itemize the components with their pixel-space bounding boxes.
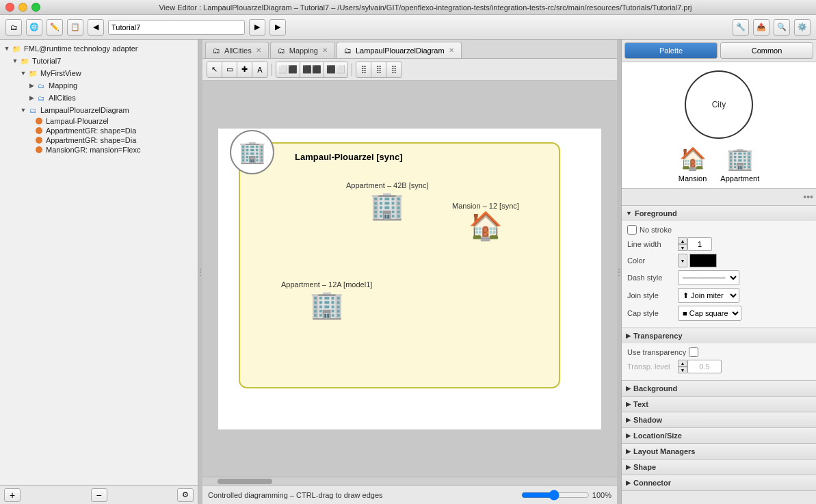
tree-item-8[interactable]: ▶ AppartmentGR: shape=Dia <box>0 135 198 145</box>
maximize-button[interactable] <box>31 3 40 12</box>
transparency-section-header[interactable]: ▶ Transparency <box>622 328 816 343</box>
forward-button2[interactable]: ▶ <box>269 19 286 36</box>
close-button[interactable] <box>5 3 14 12</box>
shadow-section-header[interactable]: ▶ Shadow <box>622 412 816 427</box>
tree-item-9[interactable]: ▶ MansionGR: mansion=Flexc <box>0 145 198 155</box>
transp-level-row: Transp. level ▲ ▼ <box>627 360 811 373</box>
tree-item-1[interactable]: ▼ 📁 Tutorial7 <box>0 55 198 67</box>
foreground-title: Foreground <box>635 209 677 217</box>
toolbar-right-1[interactable]: 🔧 <box>733 19 749 36</box>
tree-item-0[interactable]: ▼ 📁 FML@runtime technology adapter <box>0 42 198 55</box>
layout-managers-section-header[interactable]: ▶ Layout Managers <box>622 444 816 459</box>
tree-arrow-1[interactable]: ▼ <box>11 57 19 64</box>
appartment-12a-label: Appartment – 12A [model1] <box>281 280 372 289</box>
mansion-12-label: Mansion – 12 [sync] <box>452 202 519 210</box>
join-style-select[interactable]: ⬆ Join miter Join round Join bevel <box>678 288 739 303</box>
common-tab[interactable]: Common <box>720 42 813 59</box>
align-left-button[interactable]: ⬜⬛ <box>276 62 300 77</box>
palette-mansion[interactable]: 🏠 Mansion <box>679 146 707 183</box>
tab-close-1[interactable]: ✕ <box>322 47 328 54</box>
toolbar-icon-2[interactable]: 🌐 <box>26 19 42 36</box>
location-input[interactable]: Tutorial7 <box>108 20 245 35</box>
palette-appartment[interactable]: 🏢 Appartment <box>720 146 759 183</box>
align-right-button[interactable]: ⬛⬜ <box>324 62 347 77</box>
shadow-section: ▶ Shadow <box>622 412 816 428</box>
text-section-header[interactable]: ▶ Text <box>622 397 816 412</box>
tab-mapping[interactable]: 🗂 Mapping ✕ <box>270 42 335 58</box>
tab-close-0[interactable]: ✕ <box>256 47 261 54</box>
distribute-h-button[interactable]: ⣿ <box>371 62 386 77</box>
cap-style-select[interactable]: ■ Cap square Cap round Cap butt <box>678 306 741 321</box>
stepper-up[interactable]: ▲ <box>678 237 687 244</box>
tree-arrow-2[interactable]: ▼ <box>19 70 27 77</box>
tab-diagram[interactable]: 🗂 LampaulPlouarzelDiagram ✕ <box>337 42 462 58</box>
scrollbar-thumb[interactable] <box>218 479 272 484</box>
distribute-v-button[interactable]: ⣿ <box>356 62 371 77</box>
tree-arrow-5[interactable]: ▼ <box>19 107 27 114</box>
tree-item-5[interactable]: ▼ 🗂 LampaulPlouarzelDiagram <box>0 104 198 116</box>
tree-item-2[interactable]: ▼ 📁 MyFirstView <box>0 67 198 79</box>
appartment-12a[interactable]: Appartment – 12A [model1] 🏢 <box>281 280 372 321</box>
window-title: View Editor : LampaulPlouarzelDiagram – … <box>40 3 811 12</box>
rect-tool-button[interactable]: ▭ <box>222 62 237 77</box>
color-dropdown-btn[interactable]: ▼ <box>678 254 687 267</box>
canvas-area[interactable]: 🏢 Lampaul-Plouarzel [sync] Appartment – … <box>202 81 617 477</box>
use-transparency-checkbox[interactable] <box>689 347 698 357</box>
stepper-down[interactable]: ▼ <box>678 244 687 251</box>
text-tool-button[interactable]: A <box>252 62 267 77</box>
tree-label-6: Lampaul-Plouarzel <box>46 117 109 125</box>
tree-item-4[interactable]: ▶ 🗂 AllCities <box>0 92 198 104</box>
transp-stepper-down[interactable]: ▼ <box>678 367 687 373</box>
toolbar-right-2[interactable]: 📤 <box>753 19 769 36</box>
tree-arrow-4[interactable]: ▶ <box>27 94 36 101</box>
minimize-button[interactable] <box>18 3 27 12</box>
transp-level-input[interactable] <box>687 360 722 373</box>
tab-close-2[interactable]: ✕ <box>449 47 454 54</box>
city-icon-circle: 🏢 <box>230 130 274 174</box>
distribute-button3[interactable]: ⣿ <box>386 62 402 77</box>
color-swatch[interactable] <box>689 254 717 267</box>
forward-button[interactable]: ▶ <box>249 19 265 36</box>
foreground-section-header[interactable]: ▼ Foreground <box>622 206 816 221</box>
line-width-input[interactable]: 1 <box>687 237 712 251</box>
city-circle-preview[interactable]: City <box>685 70 753 139</box>
tree-arrow-3[interactable]: ▶ <box>27 82 36 89</box>
tree-item-7[interactable]: ▶ AppartmentGR: shape=Dia <box>0 126 198 135</box>
layout-managers-arrow: ▶ <box>626 448 631 455</box>
tree-item-3[interactable]: ▶ 🗂 Mapping <box>0 79 198 92</box>
connector-section-header[interactable]: ▶ Connector <box>622 475 816 490</box>
city-container[interactable]: 🏢 Lampaul-Plouarzel [sync] Appartment – … <box>239 142 560 388</box>
tree-arrow-0[interactable]: ▼ <box>3 45 11 52</box>
canvas-scrollbar[interactable] <box>202 477 617 485</box>
background-section-header[interactable]: ▶ Background <box>622 381 816 396</box>
tab-allcities[interactable]: 🗂 AllCities ✕ <box>205 42 269 58</box>
right-panel-tabs: Palette Common <box>622 40 816 62</box>
location-size-section-header[interactable]: ▶ Location/Size <box>622 428 816 443</box>
dash-style-select[interactable]: ──────── - - - - - ········· <box>678 270 739 285</box>
toolbar-right-4[interactable]: ⚙️ <box>794 19 811 36</box>
zoom-slider[interactable] <box>521 490 590 501</box>
tab-icon-1: 🗂 <box>278 47 285 55</box>
transp-stepper-up[interactable]: ▲ <box>678 360 687 367</box>
tree-item-6[interactable]: ▶ Lampaul-Plouarzel <box>0 116 198 126</box>
toolbar-icon-1[interactable]: 🗂 <box>5 19 22 36</box>
back-button[interactable]: ◀ <box>88 19 104 36</box>
shadow-title: Shadow <box>633 416 662 424</box>
appartment-42b[interactable]: Appartment – 42B [sync] 🏢 <box>346 181 428 222</box>
cross-tool-button[interactable]: ✚ <box>237 62 252 77</box>
align-center-button[interactable]: ⬛⬛ <box>300 62 324 77</box>
palette-tab[interactable]: Palette <box>624 42 718 59</box>
toolbar-icon-3[interactable]: ✏️ <box>47 19 63 36</box>
diagram-canvas[interactable]: 🏢 Lampaul-Plouarzel [sync] Appartment – … <box>218 129 601 429</box>
right-panel: Palette Common City <box>621 40 816 504</box>
no-stroke-checkbox[interactable] <box>627 225 637 235</box>
add-item-button[interactable]: + <box>4 488 21 502</box>
mansion-12[interactable]: Mansion – 12 [sync] 🏠 <box>452 202 519 242</box>
toolbar-icon-4[interactable]: 📋 <box>67 19 83 36</box>
shape-section-header[interactable]: ▶ Shape <box>622 460 816 475</box>
remove-item-button[interactable]: − <box>91 488 107 502</box>
toolbar-right-3[interactable]: 🔍 <box>774 19 790 36</box>
select-tool-button[interactable]: ↖ <box>207 62 222 77</box>
more-options-icon[interactable]: ••• <box>803 191 813 202</box>
settings-button-left[interactable]: ⚙ <box>177 488 194 502</box>
